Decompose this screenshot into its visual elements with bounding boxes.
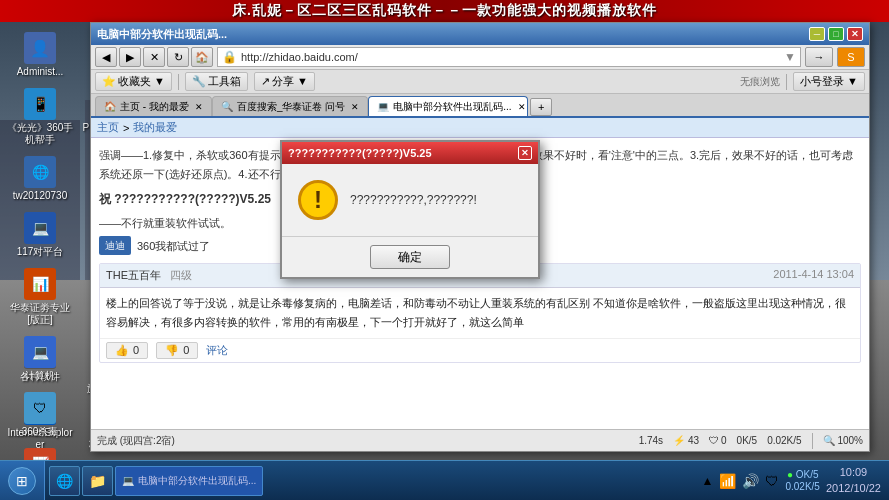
browser-titlebar: 电脑中部分软件出现乱码... ─ □ ✕ — [91, 23, 869, 45]
reply-footer: 👍 0 👎 0 评论 — [100, 338, 860, 362]
thumbup-icon: 👍 — [115, 344, 129, 357]
tab-3[interactable]: 💻 电脑中部分软件出现乱码... ✕ — [368, 96, 528, 116]
status-security: 🛡 0 — [709, 435, 727, 446]
tab-2[interactable]: 🔍 百度搜索_华泰证卷 问号 ✕ — [212, 96, 368, 116]
minimize-button[interactable]: ─ — [809, 27, 825, 41]
network-tray-icon[interactable]: 📶 — [719, 473, 736, 489]
time-display: 10:09 — [826, 465, 881, 480]
window-controls: ─ □ ✕ — [809, 27, 863, 41]
comment-link[interactable]: 评论 — [206, 343, 228, 358]
status-speed3: 0.02K/5 — [767, 435, 801, 446]
back-button[interactable]: ◀ — [95, 47, 117, 67]
taskbar-apps-area: 🌐 📁 💻 电脑中部分软件出现乱码... — [45, 461, 267, 500]
alert-title-text: ???????????(?????)V5.25 — [288, 147, 518, 159]
browser-title: 电脑中部分软件出现乱码... — [97, 27, 809, 42]
desktop-icon-tw[interactable]: 🌐 tw20120730 — [4, 152, 76, 206]
tray-up-icon[interactable]: ▲ — [702, 474, 714, 488]
nav-buttons: ◀ ▶ ✕ ↻ 🏠 — [95, 47, 213, 67]
close-button[interactable]: ✕ — [847, 27, 863, 41]
favorites-btn[interactable]: ⭐ 收藏夹 ▼ — [95, 72, 172, 91]
go-button[interactable]: → — [805, 47, 833, 67]
breadcrumb-favorites[interactable]: 我的最爱 — [133, 120, 177, 135]
desktop-icon-computer[interactable]: 💻 计算机 — [4, 332, 76, 386]
status-num: ⚡ 43 — [673, 435, 699, 446]
taskbar-folder-btn[interactable]: 📁 — [82, 466, 113, 496]
alert-buttons: 确定 — [282, 236, 538, 277]
address-bar[interactable]: 🔒 http://zhidao.baidu.com/ ▼ — [217, 47, 801, 67]
folder-icon: 📁 — [89, 473, 106, 489]
question-label: 迪迪 — [99, 236, 131, 255]
tab-2-close[interactable]: ✕ — [351, 102, 359, 112]
desktop-title: 床.乱妮－区二区三区乱码软件－－一款功能强大的视频播放软件 — [0, 0, 889, 22]
toolbar-separator-1 — [178, 74, 179, 90]
alert-close-btn[interactable]: ✕ — [518, 146, 532, 160]
desktop-icon-platform[interactable]: 💻 117对平台 — [4, 208, 76, 262]
browser-menu-toolbar: ⭐ 收藏夹 ▼ 🔧 工具箱 ↗ 分享 ▼ 无痕浏览 小号登录 ▼ — [91, 70, 869, 94]
vote-up-btn[interactable]: 👍 0 — [106, 342, 148, 359]
tab-1-close[interactable]: ✕ — [195, 102, 203, 112]
shield-tray-icon[interactable]: 🛡 — [765, 473, 779, 489]
ok-status: ● OK/5 — [785, 469, 819, 481]
alert-message: ???????????,???????! — [350, 193, 477, 207]
search-icon[interactable]: S — [837, 47, 865, 67]
status-speed2: 0K/5 — [737, 435, 758, 446]
taskbar: ⊞ 🌐 📁 💻 电脑中部分软件出现乱码... ▲ 📶 🔊 🛡 ● — [0, 460, 889, 500]
reply-content: 楼上的回答说了等于没说，就是让杀毒修复病的，电脑差话，和防毒动不动让人重装系统的… — [100, 288, 860, 337]
desktop: 床.乱妮－区二区三区乱码软件－－一款功能强大的视频播放软件 — [0, 0, 889, 500]
active-window-icon: 💻 — [122, 475, 134, 486]
zoom-level: 🔍 100% — [823, 435, 863, 446]
taskbar-start-area: ⊞ — [0, 461, 45, 500]
tab-1[interactable]: 🏠 主页 - 我的最爱 ✕ — [95, 96, 212, 116]
windows-icon: ⊞ — [16, 473, 28, 489]
security-icon: 🛡 — [709, 435, 719, 446]
tab-3-close[interactable]: ✕ — [518, 102, 526, 112]
tray-status: ● OK/5 0.02K/5 — [785, 469, 819, 493]
taskbar-ie-btn[interactable]: 🌐 — [49, 466, 80, 496]
share-btn[interactable]: ↗ 分享 ▼ — [254, 72, 315, 91]
start-button[interactable]: ⊞ — [8, 467, 36, 495]
account-btn[interactable]: 小号登录 ▼ — [793, 72, 865, 91]
alert-ok-button[interactable]: 确定 — [370, 245, 450, 269]
toolbar-separator-2 — [786, 74, 787, 90]
status-text: 完成 (现四宫:2宿) — [97, 434, 175, 448]
desktop-icon-360phone[interactable]: 📱 《光光》360手机帮手 — [4, 84, 76, 150]
alert-titlebar: ???????????(?????)V5.25 ✕ — [282, 142, 538, 164]
browser-nav-toolbar: ◀ ▶ ✕ ↻ 🏠 🔒 http://zhidao.baidu.com/ ▼ →… — [91, 45, 869, 70]
maximize-button[interactable]: □ — [828, 27, 844, 41]
url-text: http://zhidao.baidu.com/ — [241, 51, 358, 63]
alert-dialog: ???????????(?????)V5.25 ✕ ! ???????????,… — [280, 140, 540, 279]
tools-btn[interactable]: 🔧 工具箱 — [185, 72, 248, 91]
statusbar-sep — [812, 433, 813, 449]
vote-down-btn[interactable]: 👎 0 — [156, 342, 198, 359]
tab-1-label: 主页 - 我的最爱 — [120, 100, 189, 114]
alert-warning-icon: ! — [298, 180, 338, 220]
ie-icon: 🌐 — [56, 473, 73, 489]
taskbar-browser-btn[interactable]: 💻 电脑中部分软件出现乱码... — [115, 466, 263, 496]
tab-3-label: 电脑中部分软件出现乱码... — [393, 100, 511, 114]
reply-user: THE五百年 四级 — [106, 268, 192, 283]
breadcrumb-home[interactable]: 主页 — [97, 120, 119, 135]
speed-status: 0.02K/5 — [785, 481, 819, 493]
new-tab-btn[interactable]: + — [530, 98, 552, 116]
thumbdown-icon: 👎 — [165, 344, 179, 357]
question-text: 360我都试过了 — [137, 237, 210, 256]
refresh-button[interactable]: ↻ — [167, 47, 189, 67]
taskbar-tray: ▲ 📶 🔊 🛡 ● OK/5 0.02K/5 10:09 2012/10/22 — [694, 461, 889, 500]
stop-button[interactable]: ✕ — [143, 47, 165, 67]
date-display: 2012/10/22 — [826, 481, 881, 496]
alert-content-area: ! ???????????,???????! — [282, 164, 538, 236]
browser-statusbar: 完成 (现四宫:2宿) 1.74s ⚡ 43 🛡 0 0K/5 0.02K/5 … — [91, 429, 869, 451]
clock[interactable]: 10:09 2012/10/22 — [826, 465, 881, 496]
speaker-icon[interactable]: 🔊 — [742, 473, 759, 489]
desktop-icon-administrator[interactable]: 👤 Administ... — [4, 28, 76, 82]
tab-2-label: 百度搜索_华泰证卷 问号 — [237, 100, 345, 114]
browser-tabs: 🏠 主页 - 我的最爱 ✕ 🔍 百度搜索_华泰证卷 问号 ✕ 💻 电脑中部分软件… — [91, 94, 869, 118]
breadcrumb-nav: 主页 > 我的最爱 — [91, 118, 869, 138]
reply-date: 2011-4-14 13:04 — [773, 268, 854, 283]
status-speed1: 1.74s — [639, 435, 663, 446]
desktop-icon-360[interactable]: 🛡 360杀毒 — [4, 388, 76, 442]
home-button[interactable]: 🏠 — [191, 47, 213, 67]
desktop-icon-huatai[interactable]: 📊 华泰证劵专业[版正] — [4, 264, 76, 330]
forward-button[interactable]: ▶ — [119, 47, 141, 67]
desktop-icons: 👤 Administ... 📱 《光光》360手机帮手 🌐 tw20120730… — [4, 28, 76, 498]
